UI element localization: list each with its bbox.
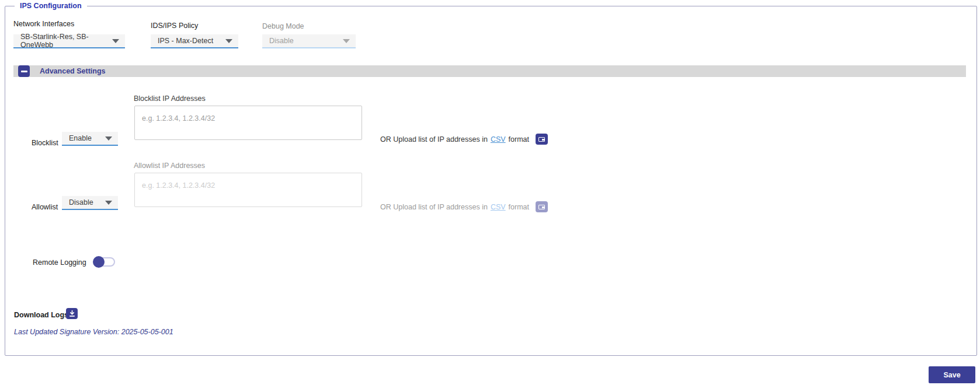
blocklist-label: Blocklist [32,139,58,147]
save-button[interactable]: Save [929,366,975,383]
allowlist-state-dropdown[interactable]: Disable [62,196,118,210]
panel-title: IPS Configuration [15,2,87,10]
blocklist-state-value: Enable [69,134,92,142]
folder-upload-icon-disabled [536,201,548,212]
upload-text-suffix: format [509,203,529,211]
download-icon[interactable] [66,308,78,319]
advanced-settings-bar: Advanced Settings [13,65,966,77]
debug-mode-label: Debug Mode [262,22,304,30]
chevron-down-icon [105,201,112,205]
network-interfaces-value: SB-Starlink-Res, SB-OneWebb [20,33,107,49]
allowlist-upload-row: OR Upload list of IP addresses in CSV fo… [380,201,548,212]
allowlist-label: Allowlist [32,203,58,211]
download-logs-label: Download Logs [14,311,68,319]
network-interfaces-label: Network Interfaces [13,20,74,28]
remote-logging-label: Remote Logging [33,258,86,267]
upload-text-suffix: format [509,135,529,144]
collapse-minus-icon[interactable] [18,65,30,77]
blocklist-state-dropdown[interactable]: Enable [62,132,118,146]
advanced-settings-title: Advanced Settings [40,67,106,75]
allowlist-ip-addresses-label: Allowlist IP Addresses [134,162,205,170]
debug-mode-dropdown: Disable [262,34,356,48]
allowlist-ip-addresses-input [134,173,362,207]
csv-link-disabled: CSV [491,203,506,211]
upload-text-prefix: OR Upload list of IP addresses in [380,135,488,144]
chevron-down-icon [112,39,119,43]
signature-version-text: Last Updated Signature Version: 2025-05-… [14,328,173,336]
blocklist-ip-addresses-input[interactable] [134,106,362,140]
chevron-down-icon [105,136,112,141]
blocklist-ip-addresses-label: Blocklist IP Addresses [134,94,206,103]
chevron-down-icon [343,39,350,43]
ips-configuration-panel: IPS Configuration Network Interfaces SB-… [5,6,977,356]
upload-text-prefix: OR Upload list of IP addresses in [380,203,488,211]
debug-mode-value: Disable [269,37,294,45]
ids-ips-policy-value: IPS - Max-Detect [158,37,213,45]
network-interfaces-dropdown[interactable]: SB-Starlink-Res, SB-OneWebb [13,34,125,48]
ids-ips-policy-label: IDS/IPS Policy [151,22,198,30]
folder-upload-icon[interactable] [536,134,548,145]
remote-logging-toggle[interactable] [93,256,116,268]
chevron-down-icon [225,39,232,43]
blocklist-upload-row: OR Upload list of IP addresses in CSV fo… [380,134,548,145]
allowlist-state-value: Disable [69,198,93,206]
csv-link[interactable]: CSV [491,135,506,144]
ids-ips-policy-dropdown[interactable]: IPS - Max-Detect [151,34,238,48]
